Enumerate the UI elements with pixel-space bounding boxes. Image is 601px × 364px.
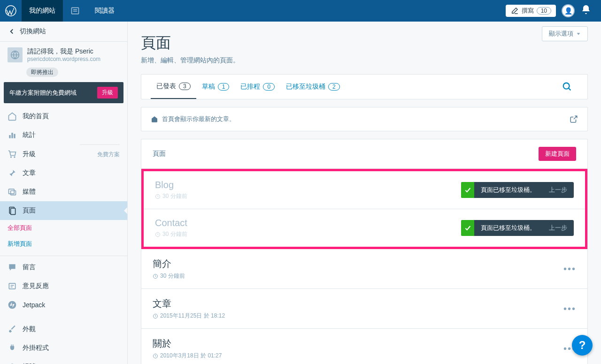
wordpress-logo[interactable] [0,0,22,22]
highlighted-pages: Blog 30 分鐘前 頁面已移至垃圾桶。 上一步 [141,169,587,249]
site-icon [8,47,23,62]
page-row-title: Blog [155,180,187,190]
info-bar: 首頁會顯示你最新的文章。 [141,107,587,131]
switch-site-label: 切換網站 [20,27,46,36]
sidebar-item-home[interactable]: 我的首頁 [0,107,127,126]
nav-reader[interactable]: 閱讀器 [87,0,122,22]
check-icon [461,220,474,236]
jetpack-icon [8,300,19,310]
page-row-title: 簡介 [153,258,185,270]
screen-options-button[interactable]: 顯示選項 [542,26,588,41]
upgrade-plan-label: 免費方案 [97,151,120,159]
page-row-time: 2010年3月18日 於 01:27 [153,352,222,360]
svg-line-23 [569,88,571,91]
svg-rect-9 [11,191,16,195]
sidebar: 切換網站 請記得我，我是 Pseric psericdotcom.wordpre… [0,22,128,364]
tab-draft[interactable]: 草稿 1 [196,75,235,99]
toast-message: 頁面已移至垃圾桶。 [474,186,542,194]
pin-icon [8,168,19,178]
write-count: 10 [537,7,551,15]
sidebar-item-media[interactable]: 媒體 [0,182,127,201]
write-label: 撰寫 [522,7,534,15]
sidebar-item-appearance[interactable]: 外觀 [0,320,127,339]
sidebar-item-pages[interactable]: 頁面 [0,201,127,220]
page-row[interactable]: 文章 2015年11月25日 於 18:12 ••• [141,289,587,329]
svg-rect-8 [9,189,15,194]
page-row[interactable]: 關於 2010年3月18日 於 01:27 ••• [141,329,587,364]
svg-marker-21 [577,33,580,35]
sidebar-item-upgrade[interactable]: 升級 免費方案 [0,145,127,164]
sidebar-subitem-new-page[interactable]: 新增頁面 [0,236,127,252]
page-row-title: 關於 [153,337,222,350]
page-row[interactable]: Contact 30 分鐘前 頁面已移至垃圾桶。 上一步 [144,209,585,247]
nav-reader-icon[interactable] [63,0,87,22]
sidebar-item-posts[interactable]: 文章 [0,164,127,182]
list-header-title: 頁面 [153,150,166,158]
page-row[interactable]: Blog 30 分鐘前 頁面已移至垃圾桶。 上一步 [144,171,585,209]
sidebar-subitem-all-pages[interactable]: 全部頁面 [0,220,127,236]
svg-rect-6 [11,133,13,138]
toast-trashed: 頁面已移至垃圾桶。 上一步 [461,182,574,198]
user-icon [8,362,19,364]
toast-undo-button[interactable]: 上一步 [542,224,574,232]
sidebar-item-stats[interactable]: 統計 [0,126,127,144]
tab-scheduled[interactable]: 已排程 0 [235,75,280,99]
page-title: 頁面 [141,33,588,53]
svg-point-15 [8,301,16,309]
notifications-icon[interactable] [580,4,593,17]
sidebar-item-comments[interactable]: 留言 [0,258,127,277]
check-icon [461,182,474,198]
page-subtitle: 新增、編輯、管理網站內的頁面。 [141,56,588,65]
tab-published[interactable]: 已發表 3 [151,75,196,99]
list-header: 頁面 新建頁面 [141,139,587,169]
feedback-icon [8,281,19,291]
upgrade-banner-button[interactable]: 升級 [97,87,118,99]
toast-undo-button[interactable]: 上一步 [542,186,574,194]
svg-rect-12 [9,283,15,289]
sidebar-item-jetpack[interactable]: Jetpack [0,296,127,314]
page-row-time: 30 分鐘前 [153,272,185,280]
topbar: 我的網站 閱讀器 撰寫 10 👤 [0,0,601,22]
svg-rect-7 [14,134,15,138]
site-title: 請記得我，我是 Pseric [27,47,120,56]
sidebar-item-feedback[interactable]: 意見反應 [0,277,127,296]
media-icon [8,187,19,197]
search-icon[interactable] [556,76,578,98]
plugin-icon [8,343,19,353]
sidebar-item-plugins[interactable]: 外掛程式 [0,339,127,357]
svg-point-22 [563,83,570,89]
page-row-time: 30 分鐘前 [155,192,187,200]
more-actions-icon[interactable]: ••• [563,264,576,274]
page-row-title: Contact [155,218,187,228]
pages-icon [8,206,19,215]
avatar[interactable]: 👤 [562,4,575,17]
home-icon [8,112,19,121]
sidebar-item-account[interactable]: 帳號 [0,357,127,364]
upgrade-banner-text: 年繳方案附贈的免費網域 [9,89,77,97]
brush-icon [8,325,19,334]
page-row-title: 文章 [153,297,225,310]
page-row[interactable]: 簡介 30 分鐘前 ••• [141,249,587,289]
tab-trashed[interactable]: 已移至垃圾桶 2 [280,75,346,99]
cart-icon [8,150,19,159]
comment-icon [8,263,19,272]
site-info[interactable]: 請記得我，我是 Pseric psericdotcom.wordpress.co… [0,42,127,66]
write-button[interactable]: 撰寫 10 [506,5,556,17]
page-row-time: 30 分鐘前 [155,230,187,238]
upgrade-banner[interactable]: 年繳方案附贈的免費網域 升級 [4,82,123,103]
toast-trashed: 頁面已移至垃圾桶。 上一步 [461,220,574,236]
svg-rect-11 [11,208,15,214]
stats-icon [8,130,19,140]
nav-my-site[interactable]: 我的網站 [22,0,63,22]
filter-tabs: 已發表 3 草稿 1 已排程 0 已移至垃圾桶 2 [141,75,587,99]
site-badge: 即將推出 [26,68,120,76]
content: 顯示選項 頁面 新增、編輯、管理網站內的頁面。 已發表 3 草稿 1 [128,22,601,364]
site-url: psericdotcom.wordpress.com [27,56,120,62]
help-button[interactable]: ? [572,335,593,356]
switch-site[interactable]: 切換網站 [0,22,127,42]
new-page-button[interactable]: 新建頁面 [539,147,576,161]
external-link-icon[interactable] [570,115,578,123]
more-actions-icon[interactable]: ••• [563,303,576,314]
info-bar-text: 首頁會顯示你最新的文章。 [162,115,235,123]
page-row-time: 2015年11月25日 於 18:12 [153,312,225,320]
